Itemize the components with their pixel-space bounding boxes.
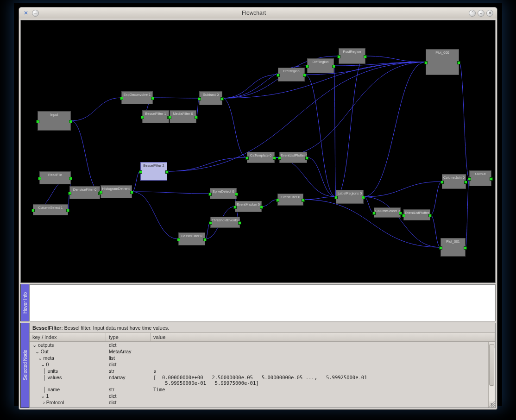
node-output[interactable]: Output	[469, 170, 491, 186]
port-out[interactable]	[362, 196, 365, 199]
port-out[interactable]	[195, 116, 198, 119]
port-in[interactable]	[372, 212, 376, 215]
maximize-button[interactable]: ⌄	[478, 10, 485, 17]
node-input[interactable]: Input	[38, 111, 71, 131]
port-in[interactable]	[439, 246, 442, 250]
port-in[interactable]	[198, 97, 201, 100]
port-out[interactable]	[130, 191, 133, 194]
node-postregion[interactable]: PostRegion	[339, 48, 365, 64]
port-in[interactable]	[120, 97, 123, 100]
tree-body[interactable]: ⌄ outputsdict ⌄ OutMetaArray ⌄ metalist …	[30, 342, 495, 407]
node-bessel2[interactable]: BesselFilter 2	[140, 162, 167, 181]
port-in[interactable]	[38, 177, 41, 180]
tree-row[interactable]: ⌄ metalist	[30, 355, 495, 361]
port-in[interactable]	[139, 170, 142, 174]
scrollbar[interactable]: ▲ ▼	[488, 342, 495, 407]
tree-row[interactable]: │ valuesndarray[ 0.00000000e+00 2.500000…	[30, 374, 495, 386]
node-plot000[interactable]: Plot_000	[426, 49, 459, 75]
port-out[interactable]	[303, 74, 306, 77]
port-out[interactable]	[69, 177, 72, 180]
flowchart-canvas[interactable]: InputReadFileColumnSelect 1DenoiseFilter…	[20, 20, 496, 283]
node-subtract[interactable]: Subtract 0	[199, 91, 222, 105]
node-denoise[interactable]: DenoiseFilter 0	[69, 186, 100, 199]
node-threshevents[interactable]: ThresholdEvents 0	[210, 217, 240, 228]
port-out[interactable]	[220, 97, 224, 100]
node-expdeconv[interactable]: ExpDeconvolve 1	[121, 91, 153, 104]
port-in[interactable]	[233, 206, 237, 209]
port-out[interactable]	[464, 246, 467, 250]
port-out[interactable]	[66, 209, 69, 212]
node-eventmasker[interactable]: EventMasker 0	[235, 201, 262, 212]
port-in[interactable]	[141, 116, 144, 119]
port-out[interactable]	[464, 181, 467, 184]
port-in[interactable]	[31, 209, 35, 212]
port-in[interactable]	[36, 120, 39, 123]
port-in[interactable]	[209, 221, 212, 225]
node-colsel0[interactable]: ColumnSelect 0	[374, 207, 401, 218]
tree-row[interactable]: ⌄ 1dict	[30, 393, 495, 399]
port-in[interactable]	[99, 191, 102, 194]
port-out[interactable]	[260, 206, 263, 209]
port-out[interactable]	[428, 214, 432, 217]
tree-row[interactable]: │ unitsstrs	[30, 368, 495, 374]
port-out[interactable]	[203, 238, 207, 241]
port-out[interactable]	[305, 157, 308, 160]
minimize-button[interactable]: –	[32, 10, 39, 17]
shade-button[interactable]: ⌃	[469, 10, 476, 17]
node-spikedetect[interactable]: SpikeDetect 0	[210, 188, 237, 199]
port-in[interactable]	[402, 214, 405, 217]
port-in[interactable]	[424, 61, 428, 64]
port-out[interactable]	[490, 177, 493, 181]
port-in[interactable]	[168, 116, 171, 119]
node-plot001[interactable]: Plot_001	[440, 238, 466, 257]
port-out[interactable]	[399, 212, 402, 215]
hover-info-tab[interactable]: Hover Info	[20, 284, 29, 321]
port-out[interactable]	[302, 199, 305, 202]
resize-grip[interactable]	[489, 401, 496, 408]
node-bessel0[interactable]: BesselFilter 0	[178, 232, 205, 245]
scroll-thumb[interactable]	[489, 344, 494, 386]
node-evplotter0[interactable]: EventListPlotter 0	[403, 209, 430, 220]
port-out[interactable]	[69, 120, 72, 123]
node-eventfilter[interactable]: EventFilter 0	[277, 194, 303, 206]
node-colsel1[interactable]: ColumnSelect 1	[33, 204, 68, 215]
node-columnjoin[interactable]: ColumnJoin 0	[442, 174, 466, 189]
tree-row[interactable]: ⌄ 0dict	[30, 361, 495, 368]
node-diffregion[interactable]: DiffRegion	[307, 58, 334, 73]
node-labelregions[interactable]: LabelRegions 0	[336, 190, 364, 204]
tree-row[interactable]: ⌄ outputsdict	[30, 342, 495, 348]
node-catemplate[interactable]: CaTemplate 0	[247, 152, 275, 163]
port-in[interactable]	[334, 196, 338, 199]
port-out[interactable]	[273, 157, 276, 160]
port-out[interactable]	[151, 97, 154, 100]
close-button[interactable]: ✕	[486, 10, 493, 17]
port-in[interactable]	[208, 193, 212, 196]
node-readfile[interactable]: ReadFile	[39, 171, 71, 184]
tree-row[interactable]: ⌄ OutMetaArray	[30, 348, 495, 355]
port-out[interactable]	[457, 61, 460, 64]
port-out[interactable]	[364, 55, 367, 58]
port-out[interactable]	[235, 193, 238, 196]
tree-row[interactable]: │ namestrTime	[30, 386, 495, 393]
port-in[interactable]	[177, 238, 180, 241]
tree-row[interactable]: › Protocoldict	[30, 399, 495, 406]
port-in[interactable]	[68, 192, 71, 195]
titlebar[interactable]: ✕ – Flowchart ⌃ ⌄ ✕	[19, 7, 497, 19]
port-in[interactable]	[276, 199, 279, 202]
port-in[interactable]	[245, 157, 249, 160]
node-mediafilter[interactable]: MediaFilter 0	[170, 110, 196, 123]
port-out[interactable]	[332, 65, 335, 68]
port-in[interactable]	[468, 177, 471, 181]
port-out[interactable]	[238, 221, 241, 225]
port-out[interactable]	[165, 170, 169, 174]
selected-node-tab[interactable]: Selected Node	[20, 323, 29, 408]
port-in[interactable]	[440, 181, 444, 184]
node-histo[interactable]: HistogramDetrend	[101, 185, 132, 198]
port-in[interactable]	[278, 157, 281, 160]
port-in[interactable]	[277, 74, 280, 77]
node-preregion[interactable]: PreRegion	[278, 68, 305, 81]
port-in[interactable]	[337, 55, 340, 58]
node-bessel1[interactable]: BesselFilter 1	[142, 110, 169, 123]
port-in[interactable]	[306, 65, 309, 68]
node-evplotter1[interactable]: EventListPlotter 1	[279, 152, 307, 163]
